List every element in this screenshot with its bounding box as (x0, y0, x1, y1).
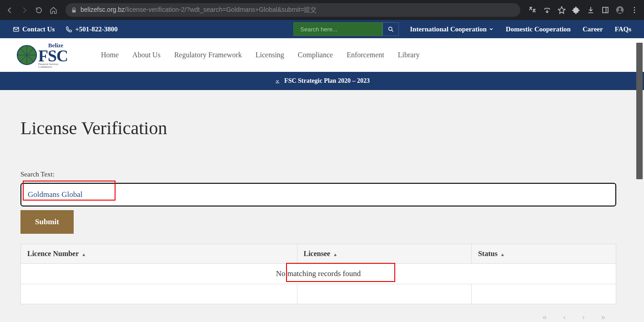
svg-point-5 (634, 12, 635, 13)
page-title: License Verification (20, 117, 634, 139)
url-text: belizefsc.org.bz/license-verification-2/… (80, 6, 317, 14)
intl-coop-link[interactable]: International Cooperation (410, 25, 494, 33)
lock-icon (71, 7, 77, 13)
mail-icon (13, 26, 20, 33)
logo-sub: Financial Services Commission (38, 63, 70, 68)
extensions-icon[interactable] (570, 4, 582, 16)
page-next[interactable]: › (582, 312, 585, 322)
chevron-down-icon (488, 26, 494, 32)
pagination: « ‹ › » (20, 304, 616, 322)
col-status[interactable]: Status▲ (472, 244, 616, 264)
search-label: Search Text: (20, 171, 634, 178)
bookmark-icon[interactable] (556, 4, 568, 16)
menu-icon[interactable] (629, 4, 640, 16)
share-icon[interactable] (541, 4, 553, 16)
svg-point-2 (619, 8, 621, 10)
domestic-coop-link[interactable]: Domestic Cooperation (506, 25, 571, 33)
sort-icon: ▲ (333, 252, 337, 257)
nav-compliance[interactable]: Compliance (298, 51, 333, 59)
main-nav: Belize FSC Financial Services Commission… (0, 38, 644, 72)
back-button[interactable] (4, 4, 15, 16)
logo-main: FSC (38, 49, 70, 63)
no-results-text: No matching records found (276, 269, 361, 278)
submit-button[interactable]: Submit (20, 210, 74, 234)
page-first[interactable]: « (543, 312, 547, 322)
faqs-link[interactable]: FAQs (615, 25, 631, 33)
intl-coop-label: International Cooperation (410, 25, 487, 33)
page-last[interactable]: » (601, 312, 605, 322)
forward-button[interactable] (18, 4, 30, 16)
no-results-row: No matching records found (21, 264, 616, 284)
nav-library[interactable]: Library (398, 51, 420, 59)
search-input[interactable] (20, 183, 616, 206)
table-header-row: Licence Number▲ Licensee▲ Status▲ (21, 244, 616, 264)
utility-bar: Contact Us +501-822-3800 Search here... … (0, 20, 644, 38)
phone-link[interactable]: +501-822-3800 (65, 25, 118, 33)
nav-about[interactable]: About Us (132, 51, 161, 59)
site-logo[interactable]: Belize FSC Financial Services Commission (16, 43, 70, 67)
nav-regulatory[interactable]: Regulatory Framework (174, 51, 242, 59)
svg-rect-0 (603, 7, 608, 13)
results-table: Licence Number▲ Licensee▲ Status▲ No mat… (20, 244, 616, 304)
nav-licensing[interactable]: Licensing (256, 51, 284, 59)
search-placeholder: Search here... (300, 26, 337, 33)
download-icon (274, 78, 281, 84)
banner-text: FSC Strategic Plan 2020 – 2023 (284, 77, 370, 85)
home-button[interactable] (47, 4, 59, 16)
contact-label: Contact Us (22, 25, 55, 33)
page-content: License Verification Search Text: Submit… (0, 90, 634, 322)
header-search-input[interactable]: Search here... (293, 22, 382, 36)
download-icon[interactable] (585, 4, 597, 16)
logo-icon (16, 44, 37, 66)
page-prev[interactable]: ‹ (563, 312, 566, 322)
header-search: Search here... (293, 22, 399, 36)
phone-label: +501-822-3800 (75, 25, 118, 33)
phone-icon (65, 26, 72, 33)
profile-icon[interactable] (614, 4, 626, 16)
reload-button[interactable] (33, 4, 45, 16)
utility-left: Contact Us +501-822-3800 (13, 25, 118, 33)
browser-toolbar: belizefsc.org.bz/license-verification-2/… (0, 0, 644, 20)
header-search-button[interactable] (382, 22, 399, 36)
svg-point-3 (634, 7, 635, 8)
sort-icon: ▲ (81, 252, 86, 257)
search-icon (387, 26, 394, 33)
nav-enforcement[interactable]: Enforcement (347, 51, 384, 59)
announce-banner[interactable]: FSC Strategic Plan 2020 – 2023 (0, 72, 644, 90)
page-viewport: Contact Us +501-822-3800 Search here... … (0, 20, 644, 322)
nav-home[interactable]: Home (101, 51, 119, 59)
svg-point-7 (388, 27, 392, 30)
contact-link[interactable]: Contact Us (13, 25, 55, 33)
panel-icon[interactable] (599, 4, 611, 16)
results-table-wrap: Licence Number▲ Licensee▲ Status▲ No mat… (20, 244, 616, 322)
nav-links: Home About Us Regulatory Framework Licen… (101, 51, 420, 59)
address-bar[interactable]: belizefsc.org.bz/license-verification-2/… (65, 3, 520, 17)
utility-right: International Cooperation Domestic Coope… (410, 25, 631, 33)
col-licence-number[interactable]: Licence Number▲ (21, 244, 297, 264)
col-licensee[interactable]: Licensee▲ (297, 244, 472, 264)
sort-icon: ▲ (500, 252, 505, 257)
translate-icon[interactable] (527, 4, 538, 16)
table-row (21, 284, 616, 304)
scrollbar-thumb[interactable] (636, 43, 643, 179)
career-link[interactable]: Career (583, 25, 603, 33)
svg-point-4 (634, 10, 635, 11)
